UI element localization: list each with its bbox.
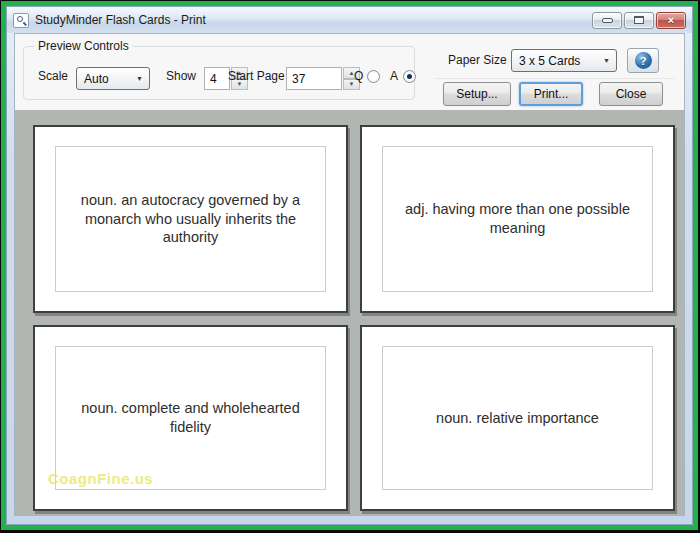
close-button[interactable]: × [656,12,686,29]
flashcard-text: noun. relative importance [414,409,621,428]
flashcard-text: noun. complete and wholehearted fidelity [56,399,325,436]
window-buttons: × [592,12,686,29]
app-window: StudyMinder Flash Cards - Print × Previe… [6,6,693,525]
flashcard-outline: noun. relative importance [382,346,653,490]
paper-size-label: Paper Size [448,53,507,67]
flashcard-outline: noun. an autocracy governed by a monarch… [55,146,326,292]
flashcard-page: noun. an autocracy governed by a monarch… [33,125,348,313]
preview-controls-row: Scale Auto ▼ Show ▲ ▼ [24,65,414,89]
flashcard-outline: adj. having more than one possible meani… [382,146,653,292]
print-preview-area: noun. an autocracy governed by a monarch… [15,110,684,515]
flashcard-page: noun. relative importance [360,325,675,511]
decorative-green-frame: StudyMinder Flash Cards - Print × Previe… [1,1,698,530]
divider [435,78,674,79]
answer-radio[interactable] [403,70,416,83]
controls-panel: Preview Controls Scale Auto ▼ Show ▲ [15,34,684,110]
scale-value: Auto [84,72,109,86]
chevron-down-icon: ▼ [603,57,616,64]
question-radio[interactable] [367,70,380,83]
flashcard-outline: noun. complete and wholehearted fidelity [55,346,326,490]
close-dialog-button[interactable]: Close [599,82,663,106]
print-button[interactable]: Print... [519,82,583,106]
close-icon: × [668,15,674,26]
watermark-text: CoagnFine.us [48,470,153,487]
start-page-label: Start Page [228,69,285,83]
scale-dropdown[interactable]: Auto ▼ [76,67,150,90]
answer-radio-label: A [390,69,398,83]
help-button[interactable]: ? [627,48,659,73]
start-page-input[interactable] [286,67,342,90]
scale-label: Scale [38,69,68,83]
magnifier-app-icon [13,13,29,28]
preview-controls-label: Preview Controls [34,39,133,53]
window-title: StudyMinder Flash Cards - Print [35,13,206,27]
flashcard-text: adj. having more than one possible meani… [383,200,652,237]
titlebar: StudyMinder Flash Cards - Print × [7,7,692,33]
start-page-spinner: ▲ ▼ [286,67,360,90]
magnifier-handle [23,21,27,25]
maximize-icon [634,16,644,24]
paper-size-value: 3 x 5 Cards [519,54,580,68]
flashcard-text: noun. an autocracy governed by a monarch… [56,191,325,247]
minimize-button[interactable] [592,12,622,29]
setup-button[interactable]: Setup... [443,82,511,106]
question-radio-label: Q [354,69,363,83]
help-icon: ? [635,52,652,69]
client-area: Preview Controls Scale Auto ▼ Show ▲ [14,33,685,516]
show-input[interactable] [204,67,230,90]
paper-size-dropdown[interactable]: 3 x 5 Cards ▼ [511,49,617,72]
magnifier-lens [17,16,23,22]
chevron-down-icon: ▼ [136,75,149,82]
minimize-icon [602,18,613,23]
preview-controls-groupbox: Preview Controls Scale Auto ▼ Show ▲ [23,46,415,100]
flashcard-page: adj. having more than one possible meani… [360,125,675,313]
show-label: Show [166,69,196,83]
maximize-button[interactable] [624,12,654,29]
